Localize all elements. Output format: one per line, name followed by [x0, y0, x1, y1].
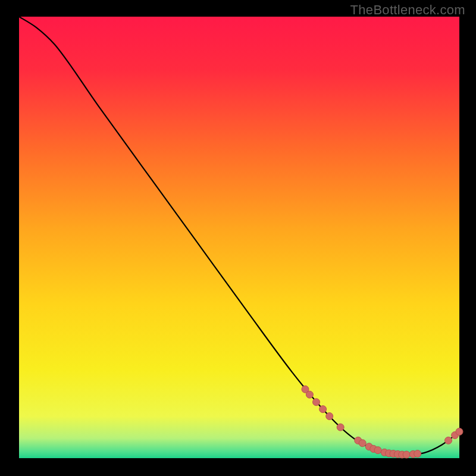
data-marker	[326, 413, 333, 420]
data-marker	[306, 391, 313, 398]
data-marker	[403, 451, 410, 458]
data-marker	[456, 428, 463, 435]
data-marker	[337, 424, 344, 431]
data-marker	[445, 437, 452, 444]
chart-container: TheBottleneck.com	[0, 0, 476, 476]
data-marker	[374, 447, 381, 454]
data-marker	[320, 406, 327, 413]
data-marker	[313, 399, 320, 406]
data-marker	[359, 440, 366, 447]
plot-background	[19, 17, 459, 458]
data-marker	[414, 450, 421, 458]
watermark-text: TheBottleneck.com	[350, 2, 465, 18]
bottleneck-curve-chart	[0, 0, 476, 476]
